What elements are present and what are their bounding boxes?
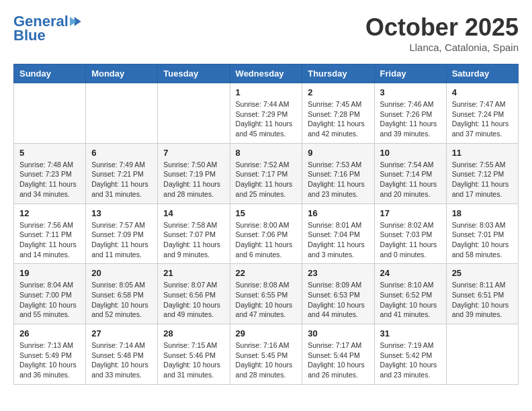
calendar-cell: 9Sunrise: 7:53 AM Sunset: 7:16 PM Daylig… — [302, 143, 374, 203]
calendar-cell: 1Sunrise: 7:44 AM Sunset: 7:29 PM Daylig… — [230, 83, 302, 144]
day-info: Sunrise: 7:53 AM Sunset: 7:16 PM Dayligh… — [308, 160, 368, 199]
day-info: Sunrise: 7:54 AM Sunset: 7:14 PM Dayligh… — [380, 160, 441, 199]
day-number: 4 — [452, 87, 513, 97]
day-number: 15 — [236, 208, 297, 218]
title-block: October 2025 Llanca, Catalonia, Spain — [365, 13, 519, 53]
day-info: Sunrise: 7:16 AM Sunset: 5:45 PM Dayligh… — [236, 340, 297, 380]
day-number: 16 — [308, 208, 368, 218]
day-info: Sunrise: 7:14 AM Sunset: 5:48 PM Dayligh… — [91, 340, 152, 380]
day-header-sunday: Sunday — [14, 64, 86, 83]
calendar-week-5: 26Sunrise: 7:13 AM Sunset: 5:49 PM Dayli… — [14, 324, 519, 385]
day-number: 1 — [236, 87, 297, 97]
day-info: Sunrise: 8:07 AM Sunset: 6:56 PM Dayligh… — [163, 280, 224, 320]
day-info: Sunrise: 7:56 AM Sunset: 7:11 PM Dayligh… — [19, 220, 80, 260]
day-header-monday: Monday — [86, 64, 158, 83]
calendar-cell: 7Sunrise: 7:50 AM Sunset: 7:19 PM Daylig… — [158, 143, 230, 203]
day-number: 6 — [91, 148, 152, 158]
calendar-cell: 31Sunrise: 7:19 AM Sunset: 5:42 PM Dayli… — [374, 324, 446, 385]
day-number: 31 — [380, 328, 441, 338]
calendar-cell: 25Sunrise: 8:11 AM Sunset: 6:51 PM Dayli… — [446, 264, 518, 324]
calendar-cell — [446, 324, 518, 385]
calendar-week-1: 1Sunrise: 7:44 AM Sunset: 7:29 PM Daylig… — [14, 83, 519, 144]
calendar-cell: 18Sunrise: 8:03 AM Sunset: 7:01 PM Dayli… — [446, 203, 518, 264]
calendar-cell: 19Sunrise: 8:04 AM Sunset: 7:00 PM Dayli… — [14, 264, 86, 324]
day-header-wednesday: Wednesday — [230, 64, 302, 83]
calendar-cell: 8Sunrise: 7:52 AM Sunset: 7:17 PM Daylig… — [230, 143, 302, 203]
day-info: Sunrise: 8:03 AM Sunset: 7:01 PM Dayligh… — [452, 220, 513, 260]
calendar-cell: 13Sunrise: 7:57 AM Sunset: 7:09 PM Dayli… — [86, 203, 158, 264]
day-info: Sunrise: 8:01 AM Sunset: 7:04 PM Dayligh… — [308, 220, 368, 260]
day-number: 22 — [236, 268, 297, 278]
calendar-cell: 6Sunrise: 7:49 AM Sunset: 7:21 PM Daylig… — [86, 143, 158, 203]
day-number: 5 — [19, 148, 80, 158]
calendar-cell: 3Sunrise: 7:46 AM Sunset: 7:26 PM Daylig… — [374, 83, 446, 144]
calendar-cell: 4Sunrise: 7:47 AM Sunset: 7:24 PM Daylig… — [446, 83, 518, 144]
day-number: 8 — [236, 148, 297, 158]
day-info: Sunrise: 7:57 AM Sunset: 7:09 PM Dayligh… — [91, 220, 152, 260]
calendar-cell: 20Sunrise: 8:05 AM Sunset: 6:58 PM Dayli… — [86, 264, 158, 324]
calendar-cell: 27Sunrise: 7:14 AM Sunset: 5:48 PM Dayli… — [86, 324, 158, 385]
calendar-cell — [86, 83, 158, 144]
calendar-header-row: SundayMondayTuesdayWednesdayThursdayFrid… — [14, 64, 519, 83]
day-number: 20 — [91, 268, 152, 278]
month-title: October 2025 — [365, 13, 519, 42]
day-info: Sunrise: 8:05 AM Sunset: 6:58 PM Dayligh… — [91, 280, 152, 320]
day-number: 25 — [452, 268, 513, 278]
calendar-table: SundayMondayTuesdayWednesdayThursdayFrid… — [13, 64, 519, 385]
day-info: Sunrise: 8:11 AM Sunset: 6:51 PM Dayligh… — [452, 280, 513, 320]
day-number: 23 — [308, 268, 368, 278]
day-header-friday: Friday — [374, 64, 446, 83]
day-number: 26 — [19, 328, 80, 338]
day-info: Sunrise: 8:09 AM Sunset: 6:53 PM Dayligh… — [308, 280, 368, 320]
location: Llanca, Catalonia, Spain — [365, 42, 519, 53]
calendar-cell: 29Sunrise: 7:16 AM Sunset: 5:45 PM Dayli… — [230, 324, 302, 385]
calendar-cell: 30Sunrise: 7:17 AM Sunset: 5:44 PM Dayli… — [302, 324, 374, 385]
logo: General Blue — [13, 13, 83, 44]
day-info: Sunrise: 7:13 AM Sunset: 5:49 PM Dayligh… — [19, 340, 80, 380]
day-number: 11 — [452, 148, 513, 158]
calendar-cell: 26Sunrise: 7:13 AM Sunset: 5:49 PM Dayli… — [14, 324, 86, 385]
day-info: Sunrise: 8:10 AM Sunset: 6:52 PM Dayligh… — [380, 280, 441, 320]
calendar-cell: 17Sunrise: 8:02 AM Sunset: 7:03 PM Dayli… — [374, 203, 446, 264]
day-info: Sunrise: 8:08 AM Sunset: 6:55 PM Dayligh… — [236, 280, 297, 320]
day-number: 21 — [163, 268, 224, 278]
calendar-cell: 21Sunrise: 8:07 AM Sunset: 6:56 PM Dayli… — [158, 264, 230, 324]
day-info: Sunrise: 7:17 AM Sunset: 5:44 PM Dayligh… — [308, 340, 368, 380]
day-info: Sunrise: 8:02 AM Sunset: 7:03 PM Dayligh… — [380, 220, 441, 260]
day-info: Sunrise: 7:44 AM Sunset: 7:29 PM Dayligh… — [236, 99, 297, 139]
day-number: 30 — [308, 328, 368, 338]
day-number: 24 — [380, 268, 441, 278]
day-number: 7 — [163, 148, 224, 158]
day-info: Sunrise: 7:55 AM Sunset: 7:12 PM Dayligh… — [452, 160, 513, 199]
day-number: 14 — [163, 208, 224, 218]
calendar-cell: 14Sunrise: 7:58 AM Sunset: 7:07 PM Dayli… — [158, 203, 230, 264]
day-info: Sunrise: 8:00 AM Sunset: 7:06 PM Dayligh… — [236, 220, 297, 260]
day-info: Sunrise: 7:48 AM Sunset: 7:23 PM Dayligh… — [19, 160, 80, 199]
calendar-cell: 22Sunrise: 8:08 AM Sunset: 6:55 PM Dayli… — [230, 264, 302, 324]
calendar-week-3: 12Sunrise: 7:56 AM Sunset: 7:11 PM Dayli… — [14, 203, 519, 264]
day-info: Sunrise: 7:46 AM Sunset: 7:26 PM Dayligh… — [380, 99, 441, 139]
day-number: 12 — [19, 208, 80, 218]
day-info: Sunrise: 7:15 AM Sunset: 5:46 PM Dayligh… — [163, 340, 224, 380]
calendar-cell: 28Sunrise: 7:15 AM Sunset: 5:46 PM Dayli… — [158, 324, 230, 385]
calendar-week-2: 5Sunrise: 7:48 AM Sunset: 7:23 PM Daylig… — [14, 143, 519, 203]
day-info: Sunrise: 8:04 AM Sunset: 7:00 PM Dayligh… — [19, 280, 80, 320]
calendar-cell: 16Sunrise: 8:01 AM Sunset: 7:04 PM Dayli… — [302, 203, 374, 264]
day-number: 3 — [380, 87, 441, 97]
day-header-saturday: Saturday — [446, 64, 518, 83]
day-header-tuesday: Tuesday — [158, 64, 230, 83]
calendar-cell: 12Sunrise: 7:56 AM Sunset: 7:11 PM Dayli… — [14, 203, 86, 264]
calendar-cell — [14, 83, 86, 144]
calendar-cell: 11Sunrise: 7:55 AM Sunset: 7:12 PM Dayli… — [446, 143, 518, 203]
day-info: Sunrise: 7:58 AM Sunset: 7:07 PM Dayligh… — [163, 220, 224, 260]
day-number: 10 — [380, 148, 441, 158]
logo-icon — [70, 15, 83, 28]
calendar-cell: 2Sunrise: 7:45 AM Sunset: 7:28 PM Daylig… — [302, 83, 374, 144]
day-number: 2 — [308, 87, 368, 97]
calendar-cell: 10Sunrise: 7:54 AM Sunset: 7:14 PM Dayli… — [374, 143, 446, 203]
calendar-cell: 5Sunrise: 7:48 AM Sunset: 7:23 PM Daylig… — [14, 143, 86, 203]
calendar-cell: 24Sunrise: 8:10 AM Sunset: 6:52 PM Dayli… — [374, 264, 446, 324]
calendar-cell: 23Sunrise: 8:09 AM Sunset: 6:53 PM Dayli… — [302, 264, 374, 324]
day-number: 29 — [236, 328, 297, 338]
calendar-week-4: 19Sunrise: 8:04 AM Sunset: 7:00 PM Dayli… — [14, 264, 519, 324]
